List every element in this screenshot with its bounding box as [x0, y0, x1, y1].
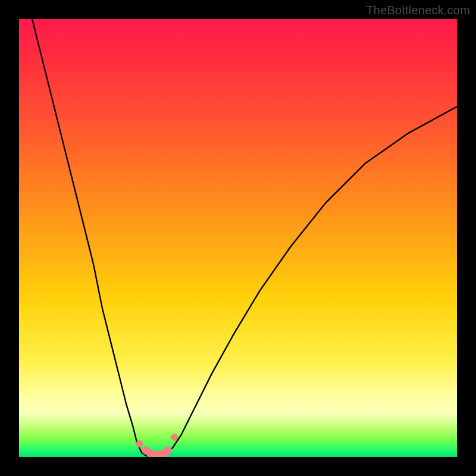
trough-marker: [136, 440, 143, 447]
bottleneck-curve: [19, 19, 457, 457]
chart-frame: TheBottleneck.com: [0, 0, 476, 476]
trough-marker: [164, 446, 172, 455]
plot-area: [19, 19, 457, 457]
trough-marker: [171, 434, 178, 441]
watermark-label: TheBottleneck.com: [366, 4, 470, 17]
curve-path: [32, 19, 457, 457]
